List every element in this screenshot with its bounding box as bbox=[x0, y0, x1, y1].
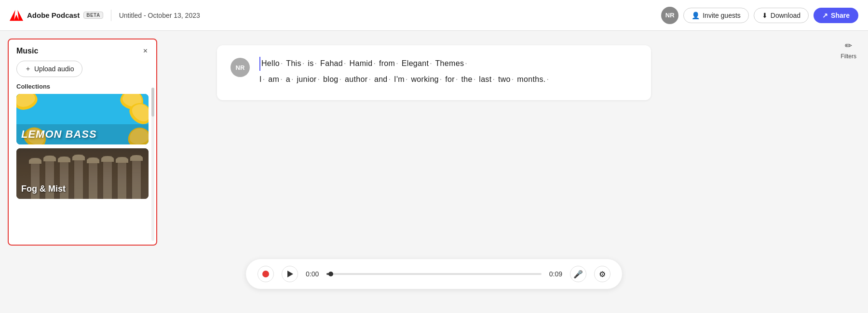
header-divider bbox=[111, 10, 111, 21]
invite-guests-button[interactable]: 👤 Invite guests bbox=[683, 8, 749, 23]
progress-thumb[interactable] bbox=[328, 272, 333, 276]
lemon-decoration bbox=[16, 94, 40, 113]
record-button[interactable] bbox=[258, 266, 274, 282]
word-dot: · bbox=[440, 75, 442, 83]
transcript-text: Hello· This· is· Fahad· Hamid· from· Ele… bbox=[259, 57, 550, 89]
music-panel: Music × ＋ Upload audio Collections LEMON… bbox=[8, 39, 157, 246]
progress-container[interactable] bbox=[326, 273, 542, 275]
avatar: NR bbox=[661, 7, 678, 24]
filters-button[interactable]: ✏ Filters bbox=[841, 40, 856, 60]
transcript-line-2: I· am· a· junior· blog· author· and· I'm… bbox=[259, 73, 550, 87]
word-dot: · bbox=[281, 59, 283, 67]
music-panel-header: Music × bbox=[9, 39, 156, 61]
word-dot: · bbox=[396, 59, 398, 67]
word-dot: · bbox=[430, 59, 432, 67]
main-content: Music × ＋ Upload audio Collections LEMON… bbox=[0, 31, 868, 313]
plus-icon: ＋ bbox=[25, 65, 31, 73]
word-dot: · bbox=[291, 75, 294, 83]
gear-icon: ⚙ bbox=[599, 270, 606, 279]
download-label: Download bbox=[771, 12, 800, 19]
fog-card-background: Fog & Mist bbox=[16, 148, 149, 199]
progress-track[interactable] bbox=[326, 273, 542, 275]
share-label: Share bbox=[831, 12, 850, 19]
filters-icon: ✏ bbox=[845, 40, 852, 51]
collection-card-lemon-bass[interactable]: LEMON BASS bbox=[16, 94, 149, 144]
playback-bar: 0:00 0:09 🎤 ⚙ bbox=[246, 259, 622, 289]
share-button[interactable]: ↗ Share bbox=[814, 8, 858, 23]
word-dot: · bbox=[406, 75, 408, 83]
record-dot-icon bbox=[262, 271, 269, 277]
app-header: Adobe Podcast BETA Untitled - October 13… bbox=[0, 0, 868, 31]
time-total: 0:09 bbox=[549, 270, 562, 278]
word-dot: · bbox=[492, 75, 495, 83]
close-music-panel-button[interactable]: × bbox=[142, 46, 149, 56]
time-current: 0:00 bbox=[306, 270, 319, 278]
word-dot: · bbox=[389, 75, 391, 83]
word-dot: · bbox=[339, 75, 342, 83]
word-dot: · bbox=[263, 75, 265, 83]
filters-label: Filters bbox=[841, 53, 856, 60]
collections-list: LEMON BASS Fog & bbox=[9, 94, 156, 245]
lemon-card-background: LEMON BASS bbox=[16, 94, 149, 144]
fog-mist-label-area: Fog & Mist bbox=[21, 184, 66, 194]
upload-audio-label: Upload audio bbox=[34, 65, 74, 73]
music-panel-title: Music bbox=[16, 47, 38, 55]
word-dot: · bbox=[368, 75, 371, 83]
scroll-track bbox=[151, 88, 154, 241]
app-name: Adobe Podcast bbox=[27, 11, 80, 19]
collections-label: Collections bbox=[9, 83, 156, 94]
doc-title: Untitled - October 13, 2023 bbox=[119, 12, 200, 19]
speaker-avatar: NR bbox=[231, 58, 250, 77]
adobe-icon bbox=[10, 9, 23, 22]
play-button[interactable] bbox=[282, 266, 298, 282]
microphone-button[interactable]: 🎤 bbox=[570, 266, 586, 282]
word-dot: · bbox=[547, 75, 549, 83]
collection-card-fog-mist[interactable]: Fog & Mist bbox=[16, 148, 149, 199]
word-dot: · bbox=[373, 59, 376, 67]
settings-button[interactable]: ⚙ bbox=[594, 266, 610, 282]
word-dot: · bbox=[315, 59, 317, 67]
download-button[interactable]: ⬇ Download bbox=[754, 8, 809, 23]
transcript-block: NR Hello· This· is· Fahad· Hamid· from· … bbox=[217, 45, 651, 100]
beta-badge: BETA bbox=[83, 12, 103, 19]
word-dot: · bbox=[456, 75, 458, 83]
person-add-icon: 👤 bbox=[692, 12, 700, 19]
play-icon bbox=[287, 271, 293, 277]
word-dot: · bbox=[344, 59, 346, 67]
word-dot: · bbox=[302, 59, 305, 67]
upload-audio-button[interactable]: ＋ Upload audio bbox=[16, 61, 82, 77]
logo-area: Adobe Podcast BETA bbox=[10, 9, 103, 22]
transcript-line-1: Hello· This· is· Fahad· Hamid· from· Ele… bbox=[259, 57, 550, 71]
word-dot: · bbox=[280, 75, 283, 83]
word-dot: · bbox=[474, 75, 476, 83]
header-actions: NR 👤 Invite guests ⬇ Download ↗ Share bbox=[661, 7, 858, 24]
microphone-icon: 🎤 bbox=[573, 270, 583, 279]
scroll-thumb[interactable] bbox=[151, 88, 154, 117]
share-icon: ↗ bbox=[822, 12, 828, 19]
download-icon: ⬇ bbox=[762, 12, 768, 19]
invite-guests-label: Invite guests bbox=[703, 12, 741, 19]
word-dot: · bbox=[465, 59, 467, 67]
word-dot: · bbox=[512, 75, 514, 83]
lemon-bass-label-area: LEMON BASS bbox=[16, 124, 149, 144]
fog-mist-title: Fog & Mist bbox=[21, 184, 66, 194]
lemon-bass-title: LEMON BASS bbox=[21, 128, 97, 141]
word-dot: · bbox=[318, 75, 320, 83]
